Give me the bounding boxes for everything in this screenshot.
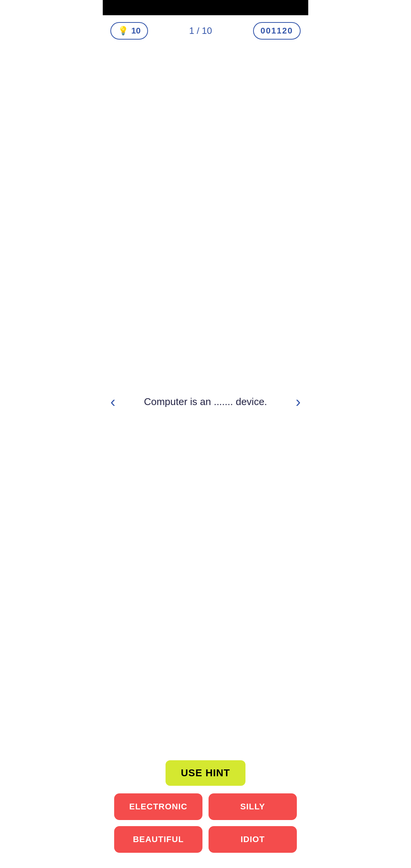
hint-counter[interactable]: 💡 10 [110,22,148,40]
answer-button-2[interactable]: BEAUTIFUL [114,826,202,853]
lightbulb-icon: 💡 [118,26,128,36]
status-bar [103,0,308,15]
top-bar: 💡 10 1 / 10 001120 [103,15,308,43]
use-hint-button[interactable]: USE HINT [166,760,245,786]
answer-button-0[interactable]: ELECTRONIC [114,793,202,820]
answer-button-3[interactable]: IDIOT [209,826,297,853]
prev-arrow-button[interactable]: ‹ [107,389,119,414]
answer-grid: ELECTRONIC SILLY BEAUTIFUL IDIOT [114,793,297,853]
progress-indicator: 1 / 10 [189,26,212,36]
next-arrow-button[interactable]: › [292,389,304,414]
hint-count-value: 10 [131,26,140,36]
score-display: 001120 [253,22,301,40]
bottom-section: USE HINT ELECTRONIC SILLY BEAUTIFUL IDIO… [103,760,308,868]
question-text: Computer is an ....... device. [121,394,290,409]
question-area: ‹ Computer is an ....... device. › [103,43,308,760]
answer-button-1[interactable]: SILLY [209,793,297,820]
